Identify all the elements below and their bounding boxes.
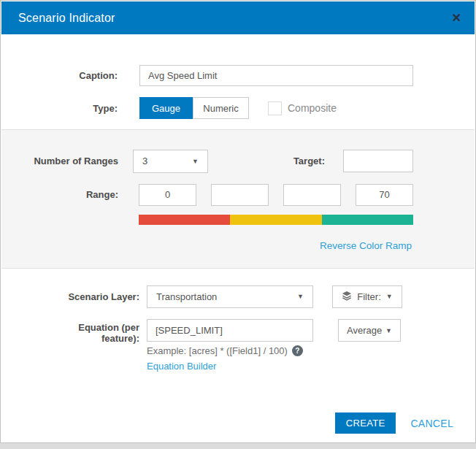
equation-label-line2: feature): xyxy=(101,333,139,344)
reverse-color-ramp-link[interactable]: Reverse Color Ramp xyxy=(320,240,412,251)
type-row: Type: Gauge Numeric Composite xyxy=(1,97,413,119)
scenario-layer-value: Transportation xyxy=(156,291,217,302)
type-toggle: Gauge Numeric xyxy=(139,97,249,119)
filter-label: Filter: xyxy=(357,291,381,302)
caption-input[interactable] xyxy=(139,65,413,86)
scenario-indicator-dialog: Scenario Indicator ✕ Caption: Type: Gaug… xyxy=(0,0,476,443)
caption-row: Caption: xyxy=(1,64,413,86)
number-of-ranges-row: Number of Ranges 3 ▼ Target: xyxy=(1,149,413,173)
range-input-1[interactable] xyxy=(139,184,196,206)
equation-label-line1: Equation (per xyxy=(78,322,139,333)
aggregation-value: Average xyxy=(347,325,382,336)
layers-icon xyxy=(342,291,352,303)
target-label: Target: xyxy=(208,156,325,166)
ramp-segment-yellow xyxy=(230,215,321,225)
range-input-3[interactable] xyxy=(283,184,341,206)
create-button[interactable]: CREATE xyxy=(335,412,396,434)
chevron-down-icon: ▼ xyxy=(192,158,199,165)
range-input-4[interactable] xyxy=(356,184,413,206)
ramp-segment-red xyxy=(139,215,230,225)
cancel-button[interactable]: CANCEL xyxy=(410,418,453,429)
range-label: Range: xyxy=(1,189,118,200)
number-of-ranges-value: 3 xyxy=(142,156,147,166)
chevron-down-icon: ▼ xyxy=(386,293,393,300)
equation-input[interactable] xyxy=(147,319,313,342)
range-inputs xyxy=(139,184,413,206)
type-numeric-button[interactable]: Numeric xyxy=(193,97,249,119)
number-of-ranges-select[interactable]: 3 ▼ xyxy=(133,150,208,173)
aggregation-select[interactable]: Average ▼ xyxy=(338,319,401,342)
ranges-section: Number of Ranges 3 ▼ Target: Range: Reve… xyxy=(1,129,475,269)
dialog-footer: CREATE CANCEL xyxy=(335,412,453,434)
scenario-layer-row: Scenario Layer: Transportation ▼ Filter:… xyxy=(1,285,402,308)
color-ramp xyxy=(139,215,413,225)
type-label: Type: xyxy=(1,103,118,114)
chevron-down-icon: ▼ xyxy=(385,327,392,334)
composite-label: Composite xyxy=(288,102,337,114)
range-input-2[interactable] xyxy=(211,184,269,206)
composite-checkbox[interactable] xyxy=(268,101,282,115)
target-input[interactable] xyxy=(343,150,413,172)
caption-label: Caption: xyxy=(1,70,118,81)
dialog-title: Scenario Indicator xyxy=(18,12,115,25)
dialog-header: Scenario Indicator ✕ xyxy=(1,1,475,34)
number-of-ranges-label: Number of Ranges xyxy=(1,156,118,166)
scenario-layer-label: Scenario Layer: xyxy=(1,291,139,302)
ramp-segment-teal xyxy=(322,215,413,225)
scenario-layer-select[interactable]: Transportation ▼ xyxy=(147,285,313,308)
help-icon[interactable]: ? xyxy=(292,345,303,356)
filter-button[interactable]: Filter: ▼ xyxy=(332,285,402,308)
range-row: Range: xyxy=(1,183,413,206)
equation-example-text: Example: [acres] * ([Field1] / 100) xyxy=(147,345,288,356)
close-icon[interactable]: ✕ xyxy=(452,12,461,24)
equation-row: Equation (per feature): Average ▼ xyxy=(1,319,401,342)
equation-builder-link[interactable]: Equation Builder xyxy=(147,361,216,372)
chevron-down-icon: ▼ xyxy=(297,293,304,300)
equation-label: Equation (per feature): xyxy=(1,322,139,344)
type-gauge-button[interactable]: Gauge xyxy=(139,97,193,119)
equation-example: Example: [acres] * ([Field1] / 100) ? xyxy=(147,345,303,356)
